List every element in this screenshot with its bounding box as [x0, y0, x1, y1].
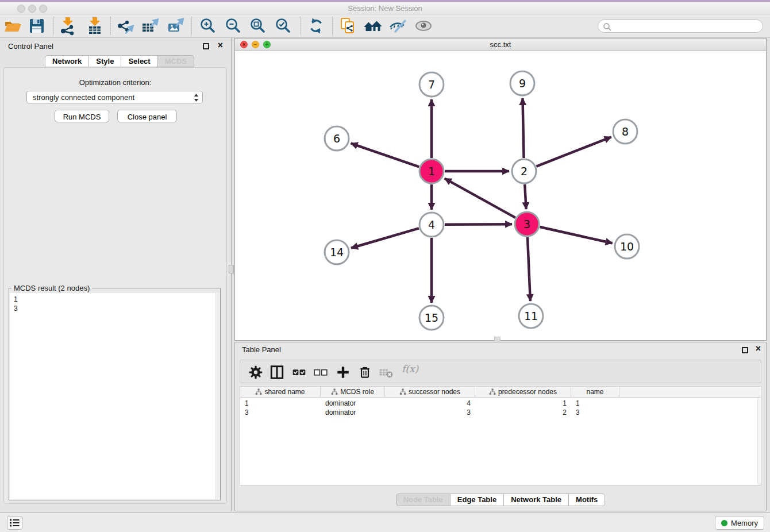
table-tabs: Node Table Edge Table Network Table Moti… — [235, 494, 766, 506]
graph-node-15[interactable]: 15 — [419, 306, 444, 330]
svg-text:10: 10 — [620, 240, 634, 253]
graph-edge-4-3[interactable] — [445, 224, 512, 225]
table-cell[interactable]: 1 — [571, 399, 619, 408]
tab-edge-table[interactable]: Edge Table — [451, 494, 504, 506]
table-cell[interactable]: 1 — [240, 399, 321, 408]
graph-node-7[interactable]: 7 — [419, 72, 444, 97]
graph-node-9[interactable]: 9 — [510, 71, 534, 95]
run-mcds-button[interactable]: Run MCDS — [55, 110, 109, 122]
search-icon — [603, 22, 612, 32]
table-cell[interactable]: 4 — [385, 399, 475, 408]
column-header-successor-nodes[interactable]: successor nodes — [385, 387, 475, 397]
column-header-shared-name[interactable]: shared name — [240, 387, 321, 397]
memory-label: Memory — [731, 519, 758, 527]
table-cell[interactable]: 3 — [240, 408, 321, 417]
split-columns-icon[interactable] — [270, 365, 284, 380]
float-panel-icon[interactable] — [203, 43, 209, 49]
table-divider-handle[interactable] — [494, 337, 500, 341]
close-panel-button[interactable]: Close panel — [117, 110, 177, 122]
network-canvas[interactable]: 7968124314101511 — [235, 51, 766, 340]
close-table-panel-icon[interactable]: × — [756, 344, 761, 354]
search-input[interactable] — [614, 21, 758, 32]
hide-graphics-details-icon[interactable] — [414, 16, 433, 36]
window-title: Session: New Session — [0, 4, 770, 13]
result-scrollbar[interactable] — [215, 293, 220, 499]
graph-node-11[interactable]: 11 — [519, 304, 543, 328]
delete-column-icon[interactable] — [357, 365, 372, 380]
optimization-criterion-dropdown[interactable]: strongly connected component — [26, 91, 203, 103]
main-toolbar — [0, 14, 770, 38]
select-all-checkboxes-icon[interactable] — [292, 365, 307, 380]
tab-mcds[interactable]: MCDS — [158, 55, 194, 67]
import-network-icon[interactable] — [58, 16, 78, 36]
delete-table-icon[interactable] — [379, 365, 394, 380]
tab-network[interactable]: Network — [45, 55, 89, 67]
graph-edge-3-11[interactable] — [528, 237, 530, 301]
tab-select[interactable]: Select — [121, 55, 157, 67]
graph-edge-2-3[interactable] — [525, 184, 526, 209]
application-window: Session: New Session — [0, 0, 770, 532]
graph-node-6[interactable]: 6 — [325, 126, 349, 151]
graph-edge-2-8[interactable] — [536, 137, 611, 166]
optimization-criterion-label: Optimization criterion: — [4, 78, 226, 87]
network-window-titlebar[interactable]: × − + scc.txt — [235, 38, 766, 51]
graph-edge-3-10[interactable] — [540, 227, 612, 243]
column-header-mcds-role[interactable]: MCDS role — [321, 387, 385, 397]
zoom-out-icon[interactable] — [224, 16, 243, 36]
export-network-icon[interactable] — [116, 16, 135, 36]
task-history-button[interactable] — [7, 516, 22, 530]
home-views-icon[interactable] — [363, 16, 383, 36]
table-cell[interactable]: 3 — [385, 408, 475, 417]
float-table-panel-icon[interactable] — [742, 347, 748, 353]
copy-network-icon[interactable] — [338, 16, 357, 36]
mcds-result-group: MCDS result (2 nodes) 13 — [9, 288, 221, 500]
graph-node-4[interactable]: 4 — [419, 213, 444, 237]
graph-node-8[interactable]: 8 — [613, 119, 637, 144]
zoom-selected-icon[interactable] — [274, 16, 293, 36]
table-row[interactable]: 1dominator411 — [240, 399, 761, 408]
table-toolbar: f(x) — [240, 360, 761, 383]
import-table-icon[interactable] — [85, 16, 105, 36]
tab-node-table[interactable]: Node Table — [396, 494, 451, 506]
graph-edge-1-6[interactable] — [351, 143, 419, 167]
refresh-icon[interactable] — [306, 16, 326, 36]
node-table-body: 1dominator4113dominator323 — [240, 398, 761, 417]
show-graphics-details-icon[interactable] — [388, 16, 407, 36]
column-header-name[interactable]: name — [571, 387, 619, 397]
table-cell[interactable]: 1 — [475, 399, 571, 408]
graph-node-10[interactable]: 10 — [615, 234, 639, 259]
open-session-icon[interactable] — [3, 16, 22, 36]
memory-button[interactable]: Memory — [715, 516, 764, 530]
tab-style[interactable]: Style — [89, 55, 121, 67]
graph-edge-4-14[interactable] — [351, 228, 419, 248]
table-scrollbar[interactable] — [757, 398, 761, 485]
graph-node-2[interactable]: 2 — [512, 159, 536, 183]
table-cell[interactable]: 2 — [475, 408, 571, 417]
export-table-icon[interactable] — [140, 16, 160, 36]
table-cell[interactable]: dominator — [321, 408, 385, 417]
function-builder-icon[interactable]: f(x) — [402, 363, 417, 378]
panel-divider-handle[interactable] — [229, 265, 234, 273]
settings-gear-icon[interactable] — [248, 365, 263, 380]
tab-network-table[interactable]: Network Table — [504, 494, 569, 506]
zoom-fit-icon[interactable] — [248, 16, 268, 36]
table-row[interactable]: 3dominator323 — [240, 408, 761, 417]
save-session-icon[interactable] — [27, 16, 47, 36]
column-header-predecessor-nodes[interactable]: predecessor nodes — [475, 387, 571, 397]
graph-edge-2-9[interactable] — [523, 98, 524, 158]
export-image-icon[interactable] — [165, 16, 185, 36]
control-panel-title: Control Panel — [8, 42, 53, 51]
graph-node-3[interactable]: 3 — [515, 212, 539, 236]
mcds-result-list[interactable]: 13 — [10, 293, 220, 499]
graph-node-1[interactable]: 1 — [419, 159, 444, 183]
graph-node-14[interactable]: 14 — [325, 240, 349, 264]
search-box — [598, 20, 763, 33]
close-panel-icon[interactable]: × — [218, 40, 223, 51]
table-cell[interactable]: 3 — [571, 408, 619, 417]
table-cell[interactable]: dominator — [321, 399, 385, 408]
zoom-in-icon[interactable] — [198, 16, 218, 36]
graph-edge-3-1[interactable] — [445, 179, 515, 218]
deselect-all-checkboxes-icon[interactable] — [313, 365, 328, 380]
tab-motifs[interactable]: Motifs — [569, 494, 605, 506]
add-column-icon[interactable] — [336, 365, 351, 380]
